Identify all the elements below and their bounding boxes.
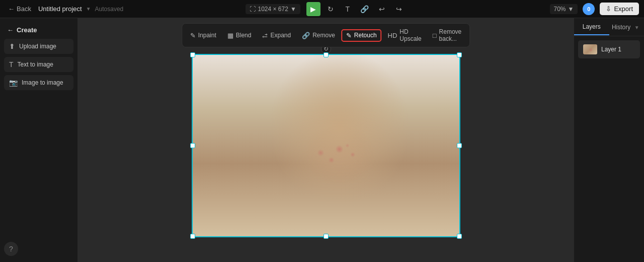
tab-layers[interactable]: Layers — [574, 19, 609, 35]
left-sidebar: ← Create ⬆ Upload image T Text to image … — [0, 18, 78, 262]
history-dropdown-icon: ▼ — [632, 25, 641, 30]
tab-history[interactable]: History ▼ — [609, 20, 645, 35]
hd-upscale-label: HD Upscale — [399, 28, 421, 42]
handle-top-right[interactable] — [457, 52, 462, 57]
play-button[interactable]: ▶ — [306, 2, 320, 16]
layer-item[interactable]: Layer 1 — [578, 40, 640, 58]
zoom-value: 70% — [554, 6, 566, 13]
remove-back-icon: □ — [433, 32, 437, 39]
main-area: ← Create ⬆ Upload image T Text to image … — [0, 18, 644, 262]
layer-thumbnail — [583, 44, 597, 54]
remove-back-tool-btn[interactable]: □ Remove back... — [428, 26, 467, 45]
handle-top-left[interactable] — [190, 52, 195, 57]
tool-toolbar: ✎ Inpaint ▦ Blend ⥄ Expand 🔗 Remove ✎ Re… — [182, 23, 470, 47]
retouch-tool-btn[interactable]: ✎ Retouch — [341, 29, 382, 42]
inpaint-label: Inpaint — [198, 32, 216, 39]
hd-upscale-tool-btn[interactable]: HD HD Upscale — [383, 26, 427, 45]
autosaved-status: Autosaved — [95, 6, 124, 13]
canvas-size-dropdown-icon: ▼ — [290, 6, 296, 13]
expand-icon: ⥄ — [262, 32, 268, 39]
blend-label: Blend — [236, 32, 252, 39]
resize-icon: ⛶ — [250, 6, 256, 13]
notification-count: 0 — [587, 6, 590, 12]
handle-bottom-right[interactable] — [457, 234, 462, 239]
create-section-label: ← Create — [4, 24, 73, 36]
zoom-dropdown-icon: ▼ — [568, 6, 574, 13]
handle-middle-left[interactable] — [190, 143, 195, 148]
canvas-image — [193, 55, 459, 236]
expand-label: Expand — [270, 32, 291, 39]
tool-icons: ▶ ↻ T 🔗 ↩ ↪ — [306, 2, 406, 16]
text-to-image-button[interactable]: T Text to image — [4, 57, 73, 72]
topbar-center: ⛶ 1024 × 672 ▼ ▶ ↻ T 🔗 ↩ ↪ — [128, 2, 523, 16]
history-tab-label: History — [612, 24, 630, 31]
blend-tool-btn[interactable]: ▦ Blend — [222, 29, 257, 42]
project-name[interactable]: Untitled project — [38, 5, 82, 13]
expand-tool-btn[interactable]: ⥄ Expand — [257, 29, 296, 42]
layers-tab-label: Layers — [583, 23, 601, 30]
link-tool-btn[interactable]: 🔗 — [358, 2, 372, 16]
canvas-area[interactable]: ✎ Inpaint ▦ Blend ⥄ Expand 🔗 Remove ✎ Re… — [78, 18, 574, 262]
remove-icon: 🔗 — [302, 32, 310, 39]
topbar-left: ← Back Untitled project ▼ Autosaved — [5, 4, 123, 14]
project-name-dropdown-icon[interactable]: ▼ — [86, 6, 91, 12]
export-download-icon: ⇩ — [606, 5, 611, 13]
help-circle-icon: ? — [9, 245, 13, 253]
handle-middle-right[interactable] — [457, 143, 462, 148]
upload-image-label: Upload image — [19, 43, 56, 50]
handle-top-middle[interactable] — [324, 52, 329, 57]
canvas-size-control[interactable]: ⛶ 1024 × 672 ▼ — [246, 4, 300, 14]
right-sidebar: Layers History ▼ Layer 1 — [574, 18, 644, 262]
refresh-icon-btn[interactable]: ↻ — [324, 2, 338, 16]
canvas-image-container: ↻ — [192, 54, 460, 237]
upload-icon: ⬆ — [9, 42, 15, 50]
remove-tool-btn[interactable]: 🔗 Remove — [297, 29, 340, 42]
selection-box[interactable]: ↻ — [192, 54, 460, 237]
back-label: Back — [17, 5, 31, 13]
right-sidebar-header: Layers History ▼ — [574, 18, 644, 36]
retouch-label: Retouch — [354, 32, 377, 39]
blend-icon: ▦ — [227, 32, 233, 39]
text-to-image-label: Text to image — [18, 61, 53, 68]
layer-name: Layer 1 — [601, 46, 621, 53]
text-icon: T — [9, 60, 14, 69]
upload-image-button[interactable]: ⬆ Upload image — [4, 39, 73, 54]
remove-back-label: Remove back... — [439, 28, 462, 42]
handle-bottom-middle[interactable] — [324, 234, 329, 239]
topbar: ← Back Untitled project ▼ Autosaved ⛶ 10… — [0, 0, 644, 18]
export-label: Export — [614, 5, 633, 13]
back-arrow-icon: ← — [8, 5, 15, 13]
export-button[interactable]: ⇩ Export — [600, 3, 639, 15]
inpaint-icon: ✎ — [190, 32, 196, 39]
canvas-size-value: 1024 × 672 — [258, 6, 288, 13]
image-icon: 📷 — [9, 79, 18, 87]
topbar-right: 70% ▼ 0 ⇩ Export — [528, 3, 639, 15]
retouch-icon: ✎ — [346, 32, 352, 39]
zoom-control[interactable]: 70% ▼ — [550, 4, 578, 14]
create-arrow-icon: ← — [7, 26, 14, 34]
image-to-image-button[interactable]: 📷 Image to image — [4, 75, 73, 90]
remove-label: Remove — [312, 32, 335, 39]
notification-badge[interactable]: 0 — [583, 3, 595, 15]
image-to-image-label: Image to image — [22, 79, 63, 86]
handle-bottom-left[interactable] — [190, 234, 195, 239]
help-button[interactable]: ? — [4, 242, 18, 256]
redo-btn[interactable]: ↪ — [392, 2, 406, 16]
text-tool-btn[interactable]: T — [341, 2, 355, 16]
back-button[interactable]: ← Back — [5, 4, 34, 14]
undo-btn[interactable]: ↩ — [375, 2, 389, 16]
hd-icon: HD — [388, 32, 397, 39]
inpaint-tool-btn[interactable]: ✎ Inpaint — [185, 29, 221, 42]
